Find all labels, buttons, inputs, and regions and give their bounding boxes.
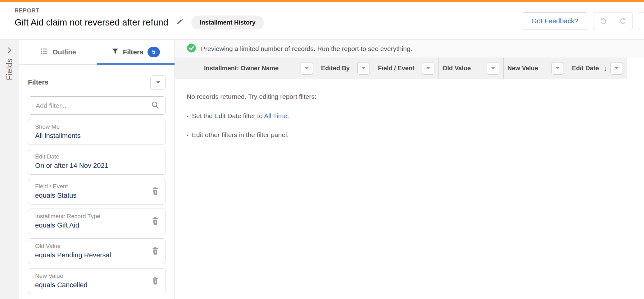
filter-card-value: equals Pending Reversal (35, 251, 147, 259)
bullet-2-text: Edit other filters in the filter panel. (192, 131, 289, 139)
search-icon (151, 101, 160, 111)
filter-card-old-value[interactable]: Old Value equals Pending Reversal (28, 238, 166, 264)
empty-state-bullet-2: • Edit other filters in the filter panel… (187, 131, 635, 139)
trash-icon (152, 247, 159, 256)
dropdown-icon (615, 66, 619, 71)
table-header-row: Installment: Owner Name Edited By Field … (175, 58, 644, 79)
column-menu-button[interactable] (551, 62, 564, 75)
preview-banner-text: Previewing a limited number of records. … (201, 45, 412, 53)
bullet-1-text: Set the Edit Date filter to (192, 112, 264, 119)
tab-filters[interactable]: Filters 5 (97, 40, 175, 64)
add-filter-wrap (28, 96, 166, 115)
column-menu-button[interactable] (487, 62, 499, 75)
success-check-icon (187, 43, 196, 54)
filters-panel-head: Filters (28, 75, 166, 90)
filter-card-label: Field / Event (35, 183, 147, 190)
filter-card-label: Old Value (35, 243, 147, 250)
outline-icon (40, 47, 48, 57)
column-header-edit-date[interactable]: Edit Date ↓ (568, 58, 627, 79)
header-actions: Got Feedback? (522, 12, 644, 30)
dropdown-icon (556, 66, 560, 71)
filters-count-badge: 5 (147, 47, 160, 57)
more-actions-button[interactable] (638, 12, 644, 30)
delete-filter-button[interactable] (150, 186, 161, 197)
column-menu-button[interactable] (422, 62, 434, 75)
delete-filter-button[interactable] (150, 216, 161, 227)
filters-heading: Filters (28, 78, 48, 86)
chevron-right-icon (7, 47, 12, 55)
redo-icon (618, 16, 628, 26)
filter-card-show-me[interactable]: Show Me All installments (28, 119, 166, 145)
tab-outline[interactable]: Outline (19, 40, 97, 64)
dropdown-icon (426, 66, 430, 71)
page-header: REPORT Gift Aid claim not reversed after… (0, 2, 644, 40)
column-header-edited-by[interactable]: Edited By (317, 58, 374, 79)
filter-card-value: equals Status (35, 191, 147, 200)
report-preview-area: Previewing a limited number of records. … (175, 40, 644, 299)
no-records-heading: No records returned. Try editing report … (187, 93, 635, 100)
sort-desc-icon: ↓ (603, 64, 607, 72)
filter-card-value: On or after 14 Nov 2021 (35, 162, 147, 170)
trash-icon (152, 217, 159, 226)
filter-card-edit-date[interactable]: Edit Date On or after 14 Nov 2021 (28, 149, 166, 175)
report-title-row: Gift Aid claim not reversed after refund… (15, 16, 264, 30)
empty-state: No records returned. Try editing report … (175, 79, 644, 150)
pencil-icon (176, 18, 184, 27)
filter-funnel-icon (111, 48, 119, 57)
undo-redo-group (593, 12, 633, 30)
preview-banner: Previewing a limited number of records. … (175, 40, 644, 58)
filter-card-label: Edit Date (35, 153, 147, 160)
edit-title-button[interactable] (175, 17, 185, 28)
active-tab-underline (97, 63, 175, 65)
column-header-new-value[interactable]: New Value (504, 58, 568, 79)
fields-strip-label: Fields (5, 58, 14, 80)
column-header-old-value[interactable]: Old Value (439, 58, 504, 79)
column-menu-button[interactable] (610, 62, 623, 75)
filter-card-new-value[interactable]: New Value equals Cancelled (28, 268, 166, 294)
tab-outline-label: Outline (52, 48, 76, 56)
dropdown-icon (361, 66, 366, 71)
tab-filters-label: Filters (123, 48, 143, 56)
trash-icon (152, 277, 159, 286)
trash-icon (152, 187, 159, 196)
filter-card-value: equals Gift Aid (35, 221, 147, 229)
column-header-owner-name[interactable]: Installment: Owner Name (200, 58, 317, 79)
add-filter-input[interactable] (28, 96, 166, 115)
filters-panel-body: Filters Show Me All installments Edit Da (19, 65, 175, 298)
filter-card-label: Installment: Record Type (35, 213, 147, 220)
all-time-link[interactable]: All Time (264, 112, 287, 119)
column-menu-button[interactable] (357, 62, 370, 75)
table-header-trailing-space (627, 58, 644, 79)
dropdown-icon (305, 66, 309, 71)
bullet-icon: • (187, 132, 188, 139)
filter-card-label: Show Me (35, 123, 147, 130)
got-feedback-button[interactable]: Got Feedback? (522, 12, 588, 30)
report-eyebrow: REPORT (15, 7, 39, 14)
filter-card-value: equals Cancelled (35, 281, 147, 289)
column-header-field-event[interactable]: Field / Event (374, 58, 439, 79)
filter-card-value: All installments (35, 132, 147, 140)
filter-card-label: New Value (35, 273, 147, 279)
filter-card-field-event[interactable]: Field / Event equals Status (28, 179, 166, 205)
report-title: Gift Aid claim not reversed after refund (15, 17, 168, 28)
empty-state-bullet-1: • Set the Edit Date filter to All Time. (187, 112, 635, 120)
filter-card-record-type[interactable]: Installment: Record Type equals Gift Aid (28, 209, 166, 234)
fields-collapsed-strip[interactable]: Fields (0, 40, 19, 299)
undo-button[interactable] (593, 12, 613, 30)
panel-tabs: Outline Filters 5 (19, 40, 175, 65)
filters-menu-button[interactable] (150, 75, 166, 90)
bullet-icon: • (187, 113, 188, 120)
dropdown-icon (491, 66, 495, 71)
delete-filter-button[interactable] (150, 276, 161, 287)
row-index-column-header (175, 58, 200, 79)
dropdown-icon (156, 80, 161, 85)
content-area: Fields Outline Filters 5 Filters (0, 40, 644, 299)
report-type-badge: Installment History (191, 16, 264, 30)
column-menu-button[interactable] (301, 62, 313, 75)
redo-button[interactable] (613, 12, 633, 30)
filter-panel: Outline Filters 5 Filters (19, 40, 175, 299)
bullet-1-suffix: . (287, 112, 289, 119)
delete-filter-button[interactable] (150, 246, 161, 257)
undo-icon (599, 16, 608, 26)
